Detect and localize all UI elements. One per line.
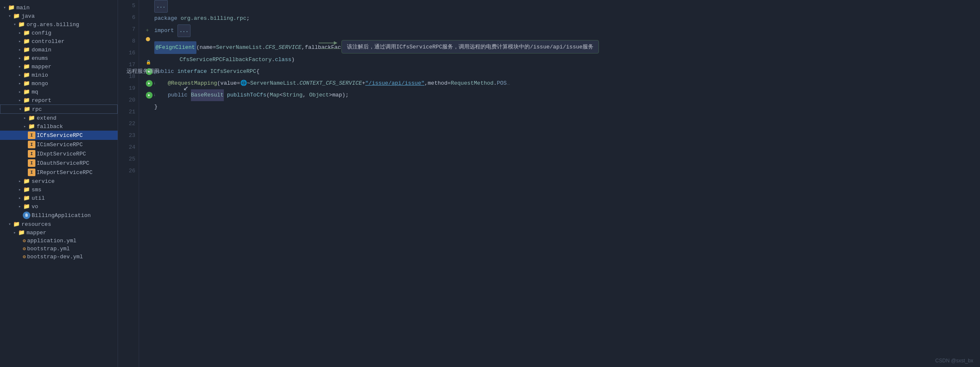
punct-semicolon-6: ; <box>246 13 250 24</box>
arrow-resources: ▾ <box>7 222 13 227</box>
sidebar-item-bootstrap-dev-yml[interactable]: ▸ ⚙ bootstrap-dev.yml <box>0 253 118 261</box>
credit-text: CSDN @sxst_bx <box>935 358 973 364</box>
sidebar-item-mapper2[interactable]: ▸ 📁 mapper <box>0 228 118 237</box>
folder-icon-mongo: 📁 <box>23 80 30 87</box>
pos-text: POS <box>497 78 507 89</box>
arrow-report: ▸ <box>17 98 23 103</box>
sidebar-label-controller: controller <box>32 38 118 45</box>
sidebar-item-util[interactable]: ▸ 📁 util <box>0 194 118 202</box>
sidebar-item-rpc[interactable]: ▾ 📁 rpc <box>0 104 118 114</box>
brace-close: } <box>154 101 158 113</box>
sidebar-label-sms: sms <box>32 187 118 193</box>
punct-brace-open: { <box>256 66 260 78</box>
sidebar-item-BillingApplication[interactable]: ▸ B BillingApplication <box>0 211 118 220</box>
line-num-7: 7 <box>121 24 135 35</box>
sidebar-item-mapper[interactable]: ▸ 📁 mapper <box>0 62 118 71</box>
sidebar-item-minio[interactable]: ▸ 📁 minio <box>0 71 118 79</box>
arrow-fallback: ▸ <box>22 124 28 129</box>
sidebar-item-domain[interactable]: ▸ 📁 domain <box>0 46 118 54</box>
line-indicator-16 <box>146 37 154 41</box>
application-icon-BillingApplication: B <box>23 212 30 219</box>
punct-paren-open: ( <box>196 42 200 54</box>
sidebar-item-vo[interactable]: ▸ 📁 vo <box>0 202 118 211</box>
line-num-18: 18 <box>121 71 135 83</box>
sidebar-item-IReportServiceRPC[interactable]: ▸ I IReportServiceRPC <box>0 168 118 177</box>
interface-icon-IReportServiceRPC: I <box>28 169 35 176</box>
sidebar-label-rpc: rpc <box>32 106 117 113</box>
sidebar-label-org: org.ares.billing <box>27 21 118 28</box>
sidebar-label-application-yml: application.yml <box>27 238 118 244</box>
servernamelist2: ServerNameList <box>250 78 296 89</box>
sidebar-item-application-yml[interactable]: ▸ ⚙ application.yml <box>0 237 118 245</box>
punct-method-open: ( <box>266 89 270 101</box>
sidebar-item-mongo[interactable]: ▸ 📁 mongo <box>0 79 118 88</box>
sidebar-item-IOauthServiceRPC[interactable]: ▸ I IOauthServiceRPC <box>0 158 118 168</box>
run-icon-19: ▶ <box>146 68 153 75</box>
sidebar-label-enums: enums <box>32 55 118 62</box>
code-line-18: 🔒 CfsServiceRPCFallbackFactory . class ) <box>146 54 980 66</box>
sidebar-item-bootstrap-yml[interactable]: ▸ ⚙ bootstrap.yml <box>0 245 118 253</box>
code-line-5: ... <box>146 0 980 13</box>
folder-icon-java: 📁 <box>13 13 20 19</box>
folder-icon-config: 📁 <box>23 29 30 36</box>
callout-box: 该注解后，通过调用ICfsServiceRPC服务，调用远程的电费计算模块中的/… <box>341 40 599 54</box>
param-name: name <box>199 42 212 54</box>
sidebar-label-java: java <box>21 13 118 19</box>
line-num-16: 16 <box>121 47 135 59</box>
arrow-extend: ▸ <box>22 115 28 121</box>
param-method: method= <box>428 78 451 89</box>
folder-icon-domain: 📁 <box>23 46 30 53</box>
ellipsis-import: ... <box>177 24 191 37</box>
arrow-main: ▾ <box>2 5 8 10</box>
line-num-17: 17 <box>121 59 135 71</box>
folder-icon-fallback: 📁 <box>28 123 35 130</box>
sidebar-item-extend[interactable]: ▸ 📁 extend <box>0 114 118 122</box>
sidebar-label-minio: minio <box>32 72 118 78</box>
sidebar-label-main: main <box>16 5 118 11</box>
sidebar-item-service[interactable]: ▸ 📁 service <box>0 177 118 185</box>
yml-icon-bootstrap: ⚙ <box>23 246 26 252</box>
kw-public-19: public <box>154 66 174 78</box>
run-icon-22: ▶ <box>146 92 153 99</box>
sidebar-label-mapper2: mapper <box>27 230 118 236</box>
sidebar-item-mq[interactable]: ▸ 📁 mq <box>0 88 118 96</box>
interface-icon-ICimServiceRPC: I <box>28 141 35 148</box>
sidebar-label-ICfsServiceRPC: ICfsServiceRPC <box>37 132 118 139</box>
kw-interface-19: interface <box>177 66 207 78</box>
sidebar-label-bootstrap-yml: bootstrap.yml <box>27 246 118 252</box>
kw-import: import <box>154 25 174 37</box>
sidebar-item-fallback[interactable]: ▸ 📁 fallback <box>0 122 118 131</box>
sidebar-item-IDxptServiceRPC[interactable]: ▸ I IDxptServiceRPC <box>0 149 118 158</box>
sidebar-label-BillingApplication: BillingApplication <box>32 212 118 219</box>
sidebar-item-controller[interactable]: ▸ 📁 controller <box>0 37 118 46</box>
param-value: value <box>220 78 237 89</box>
folder-icon-mq: 📁 <box>23 88 30 95</box>
sidebar-label-mq: mq <box>32 89 118 95</box>
sidebar-item-ICimServiceRPC[interactable]: ▸ I ICimServiceRPC <box>0 140 118 149</box>
punct-plus: + <box>362 78 365 89</box>
folder-icon-mapper2: 📁 <box>18 229 25 236</box>
code-line-19: ▶ ↓ public interface ICfsServiceRPC { <box>146 66 980 78</box>
sidebar-item-report[interactable]: ▸ 📁 report <box>0 96 118 104</box>
code-line-6: package org.ares.billing.rpc ; <box>146 13 980 24</box>
folder-icon-resources: 📁 <box>13 221 20 228</box>
servernamelist: ServerNameList <box>216 42 262 54</box>
base-result-type: BaseResult <box>191 89 224 101</box>
punct-comma: , <box>301 42 305 54</box>
sidebar-label-domain: domain <box>32 47 118 53</box>
sidebar-item-config[interactable]: ▸ 📁 config <box>0 29 118 37</box>
sidebar-item-sms[interactable]: ▸ 📁 sms <box>0 185 118 194</box>
arrow-enums: ▸ <box>17 56 23 61</box>
sidebar-item-ICfsServiceRPC[interactable]: ▸ I ICfsServiceRPC <box>0 131 118 140</box>
sidebar-item-enums[interactable]: ▸ 📁 enums <box>0 54 118 62</box>
sidebar-item-java[interactable]: ▾ 📁 java <box>0 12 118 20</box>
folder-icon-mapper: 📁 <box>23 63 30 70</box>
sidebar-item-resources[interactable]: ▾ 📁 resources <box>0 220 118 228</box>
sidebar-item-org[interactable]: ▾ 📁 org.ares.billing <box>0 20 118 29</box>
editor-content: 该注解后，通过调用ICfsServiceRPC服务，调用远程的电费计算模块中的/… <box>118 0 980 367</box>
sidebar-item-main[interactable]: ▾ 📁 main <box>0 3 118 12</box>
sidebar-label-ICimServiceRPC: ICimServiceRPC <box>37 142 118 148</box>
param-name-map: map <box>332 89 342 101</box>
folder-icon-extend: 📁 <box>28 115 35 121</box>
context-cfs-service: CONTEXT_CFS_SERVICE <box>300 78 362 89</box>
